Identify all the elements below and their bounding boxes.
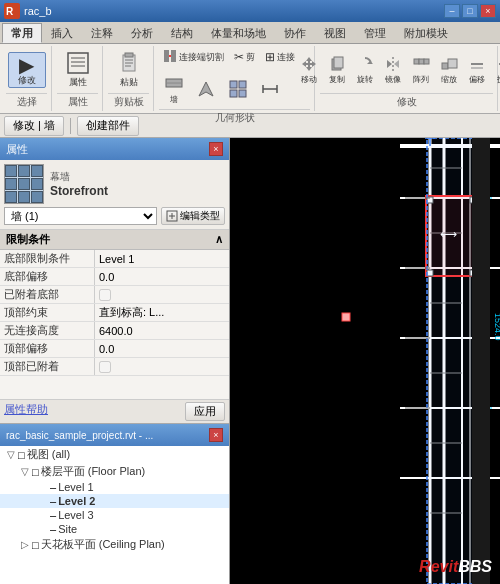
tree-level-3[interactable]: – Level 3 xyxy=(0,508,229,522)
scale-button[interactable]: 缩放 xyxy=(436,52,462,88)
browser-close-button[interactable]: × xyxy=(209,428,223,442)
offset-button[interactable]: 偏移 xyxy=(464,52,490,88)
modify-button[interactable]: ▶ 修改 xyxy=(8,52,46,89)
maximize-button[interactable]: □ xyxy=(462,4,478,18)
tree-ceiling-plan[interactable]: ▷ □ 天花板平面 (Ceiling Plan) xyxy=(0,536,229,553)
rotate-button[interactable]: 旋转 xyxy=(352,52,378,88)
tree-level-2[interactable]: – Level 2 xyxy=(0,494,229,508)
grid-btn[interactable] xyxy=(223,70,253,108)
tab-分析[interactable]: 分析 xyxy=(122,23,162,43)
instance-selector[interactable]: 墙 (1) xyxy=(4,207,157,225)
svg-rect-19 xyxy=(239,90,246,97)
prop-row-top-constraint[interactable]: 顶部约束 直到标高: L... xyxy=(0,304,229,322)
floor-plan-toggle[interactable]: ▽ xyxy=(18,466,32,477)
properties-panel-header: 属性 × xyxy=(0,138,229,160)
tree-site[interactable]: – Site xyxy=(0,522,229,536)
tab-插入[interactable]: 插入 xyxy=(42,23,82,43)
ribbon-group-modify: 移动 复制 旋转 镜像 阵列 xyxy=(316,46,498,111)
views-icon: □ xyxy=(18,449,25,461)
toolbar-separator xyxy=(70,118,71,134)
ceiling-label: 天花板平面 (Ceiling Plan) xyxy=(41,537,165,552)
close-button[interactable]: × xyxy=(480,4,496,18)
section-collapse-icon[interactable]: ∧ xyxy=(215,233,223,246)
dimension-btn[interactable] xyxy=(255,70,285,108)
connect-cut-icon xyxy=(163,49,177,66)
wall-label: 墙 xyxy=(170,94,178,105)
tab-结构[interactable]: 结构 xyxy=(162,23,202,43)
edit-type-label: 编辑类型 xyxy=(180,209,220,223)
connect-button[interactable]: ⊞ 连接 xyxy=(261,48,299,66)
wall-btn[interactable]: 墙 xyxy=(159,70,189,108)
modify-group-label: 修改 xyxy=(320,93,493,109)
apply-button[interactable]: 应用 xyxy=(185,402,225,421)
svg-rect-61 xyxy=(342,313,350,321)
svg-rect-31 xyxy=(448,59,457,68)
tab-附加模块[interactable]: 附加模块 xyxy=(395,23,457,43)
split-button[interactable]: 拆分 xyxy=(492,52,501,88)
paste-icon xyxy=(118,52,140,77)
bbs-text: BBS xyxy=(458,558,492,576)
ribbon-group-clipboard: 粘贴 剪贴板 xyxy=(104,46,154,111)
tree-floor-plan[interactable]: ▽ □ 楼层平面 (Floor Plan) xyxy=(0,463,229,480)
prop-row-base-attached[interactable]: 已附着底部 xyxy=(0,286,229,304)
tab-常用[interactable]: 常用 xyxy=(2,23,42,43)
svg-rect-11 xyxy=(164,50,169,62)
svg-rect-29 xyxy=(424,59,429,64)
tab-体量和场地[interactable]: 体量和场地 xyxy=(202,23,275,43)
ribbon-toolbar: ▶ 修改 选择 属性 属性 xyxy=(0,44,500,114)
edit-type-button[interactable]: 编辑类型 xyxy=(161,207,225,225)
level2-icon: – xyxy=(50,495,56,507)
tree-level-1[interactable]: – Level 1 xyxy=(0,480,229,494)
prop-row-base-offset[interactable]: 底部偏移 0.0 xyxy=(0,268,229,286)
prop-row-unconnected-height[interactable]: 无连接高度 6400.0 xyxy=(0,322,229,340)
canvas-area[interactable]: 1524.0 ⟷ xyxy=(230,138,500,584)
base-attached-checkbox[interactable] xyxy=(99,289,111,301)
tree-views-all[interactable]: ▽ □ 视图 (all) xyxy=(0,446,229,463)
mirror-button[interactable]: 镜像 xyxy=(380,52,406,88)
main-content: 属性 × 幕墙 Storefront xyxy=(0,138,500,584)
browser-tree: ▽ □ 视图 (all) ▽ □ 楼层平面 (Floor Plan) – Lev… xyxy=(0,446,229,584)
site-icon: – xyxy=(50,523,56,535)
move-button[interactable]: 移动 xyxy=(296,52,322,88)
properties-panel-footer: 属性帮助 应用 xyxy=(0,399,229,423)
prop-name-2: 已附着底部 xyxy=(0,286,95,303)
paste-button[interactable]: 粘贴 xyxy=(110,49,148,91)
properties-help-link[interactable]: 属性帮助 xyxy=(4,402,48,421)
tab-管理[interactable]: 管理 xyxy=(355,23,395,43)
tab-协作[interactable]: 协作 xyxy=(275,23,315,43)
properties-icon xyxy=(67,52,89,77)
svg-rect-12 xyxy=(171,50,176,62)
prop-name-5: 顶部偏移 xyxy=(0,340,95,357)
tab-视图[interactable]: 视图 xyxy=(315,23,355,43)
views-toggle[interactable]: ▽ xyxy=(4,449,18,460)
prop-value-4: 6400.0 xyxy=(95,322,229,339)
level1-label: Level 1 xyxy=(58,481,93,493)
level3-label: Level 3 xyxy=(58,509,93,521)
site-label: Site xyxy=(58,523,77,535)
ribbon-group-geometry: 连接端切割 ✂ 剪 ⊞ 连接 墙 xyxy=(155,46,315,111)
ceiling-toggle[interactable]: ▷ xyxy=(18,539,32,550)
svg-text:R: R xyxy=(6,6,14,17)
cut-button[interactable]: ✂ 剪 xyxy=(230,48,259,66)
top-attached-checkbox[interactable] xyxy=(99,361,111,373)
svg-rect-2 xyxy=(68,53,88,73)
array-label: 阵列 xyxy=(413,74,429,85)
properties-button[interactable]: 属性 xyxy=(59,49,97,91)
type-info: 幕墙 Storefront xyxy=(50,170,225,198)
connect-cut-button[interactable]: 连接端切割 xyxy=(159,48,228,66)
tab-注释[interactable]: 注释 xyxy=(82,23,122,43)
properties-title: 属性 xyxy=(6,142,28,157)
arrow-btn[interactable] xyxy=(191,70,221,108)
properties-close-button[interactable]: × xyxy=(209,142,223,156)
svg-rect-68 xyxy=(427,138,473,584)
revit-bbs-watermark: Revit BBS xyxy=(419,558,492,576)
prop-row-top-offset[interactable]: 顶部偏移 0.0 xyxy=(0,340,229,358)
copy-button[interactable]: 复制 xyxy=(324,52,350,88)
modify-wall-button[interactable]: 修改 | 墙 xyxy=(4,116,64,136)
prop-row-base-constraint[interactable]: 底部限制条件 Level 1 xyxy=(0,250,229,268)
prop-row-top-attached[interactable]: 顶部已附着 xyxy=(0,358,229,376)
left-panel: 属性 × 幕墙 Storefront xyxy=(0,138,230,584)
create-part-button[interactable]: 创建部件 xyxy=(77,116,139,136)
array-button[interactable]: 阵列 xyxy=(408,52,434,88)
minimize-button[interactable]: – xyxy=(444,4,460,18)
